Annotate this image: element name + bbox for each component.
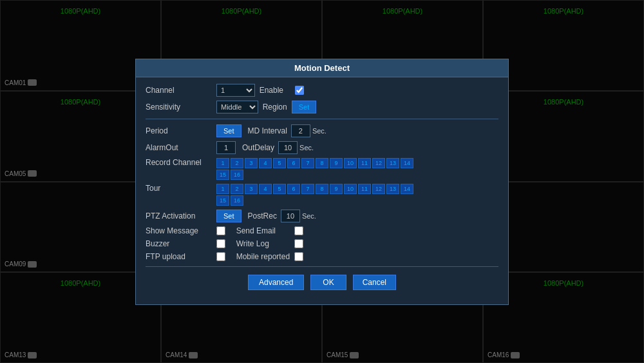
tour-ch-10[interactable]: 10 (344, 184, 357, 194)
ftp-row: FTP upload Mobile reported (146, 252, 498, 261)
motion-detect-modal: Motion Detect Channel 1 Enable Sensitivi… (135, 59, 509, 305)
buzzer-row: Buzzer Write Log (146, 239, 498, 248)
channel-label: Channel (146, 86, 216, 95)
tour-ch-8[interactable]: 8 (316, 184, 328, 194)
ok-button[interactable]: OK (310, 275, 346, 290)
tour-ch-16[interactable]: 16 (231, 195, 243, 206)
outdelay-unit: Sec. (299, 144, 314, 152)
record-channel-row: Record Channel 1 2 3 4 5 6 7 8 9 10 11 (146, 158, 498, 180)
send-email-checkbox[interactable] (294, 226, 303, 235)
postrec-label: PostRec (248, 211, 277, 221)
tour-ch-5[interactable]: 5 (273, 184, 286, 194)
sensitivity-row: Sensitivity Low Middle High Region Set (146, 101, 498, 113)
rec-ch-12[interactable]: 12 (372, 158, 385, 168)
advanced-button[interactable]: Advanced (248, 275, 304, 290)
buzzer-label: Buzzer (146, 239, 216, 248)
sensitivity-select[interactable]: Low Middle High (216, 101, 258, 113)
tour-ch-3[interactable]: 3 (245, 184, 258, 194)
modal-body: Channel 1 Enable Sensitivity Low Middle … (136, 77, 508, 304)
md-interval-unit: Sec. (312, 127, 327, 135)
send-email-label: Send Email (236, 226, 294, 235)
rec-ch-14[interactable]: 14 (401, 158, 413, 168)
tour-ch-12[interactable]: 12 (372, 184, 385, 194)
write-log-label: Write Log (236, 239, 294, 248)
rec-ch-6[interactable]: 6 (287, 158, 300, 168)
show-message-label: Show Message (146, 226, 216, 235)
write-log-checkbox[interactable] (294, 239, 303, 248)
enable-checkbox[interactable] (295, 86, 304, 95)
rec-ch-11[interactable]: 11 (358, 158, 371, 168)
show-message-checkbox[interactable] (216, 226, 225, 235)
region-set-button[interactable]: Set (292, 101, 317, 113)
ftp-label: FTP upload (146, 252, 216, 261)
outdelay-input[interactable] (278, 141, 298, 154)
modal-title: Motion Detect (136, 59, 508, 77)
md-interval-label: MD Interval (248, 126, 287, 135)
record-channel-row1: 1 2 3 4 5 6 7 8 9 10 11 12 13 14 (216, 158, 422, 180)
rec-ch-13[interactable]: 13 (386, 158, 399, 168)
rec-ch-16[interactable]: 16 (231, 170, 243, 180)
postrec-unit: Sec. (302, 212, 316, 220)
rec-ch-15[interactable]: 15 (216, 170, 229, 180)
channel-select[interactable]: 1 (216, 84, 255, 97)
rec-ch-5[interactable]: 5 (273, 158, 286, 168)
tour-ch-1[interactable]: 1 (216, 184, 229, 194)
enable-label: Enable (260, 86, 295, 95)
rec-ch-1[interactable]: 1 (216, 158, 229, 168)
mobile-label: Mobile reported (236, 252, 294, 261)
tour-ch-4[interactable]: 4 (259, 184, 272, 194)
ptz-row: PTZ Activation Set PostRec Sec. (146, 210, 498, 222)
channel-row: Channel 1 Enable (146, 84, 498, 97)
ftp-checkbox[interactable] (216, 252, 225, 261)
period-label: Period (146, 126, 216, 135)
alarmout-input[interactable] (216, 141, 236, 154)
tour-ch-6[interactable]: 6 (287, 184, 300, 194)
tour-ch-2[interactable]: 2 (231, 184, 243, 194)
rec-ch-7[interactable]: 7 (301, 158, 314, 168)
region-label: Region (263, 103, 292, 112)
cancel-button[interactable]: Cancel (353, 275, 396, 290)
tour-ch-11[interactable]: 11 (358, 184, 371, 194)
alarmout-row: AlarmOut OutDelay Sec. (146, 141, 498, 154)
mobile-checkbox[interactable] (294, 252, 303, 261)
period-set-button[interactable]: Set (216, 124, 242, 137)
record-channel-label: Record Channel (146, 158, 216, 167)
rec-ch-8[interactable]: 8 (316, 158, 328, 168)
rec-ch-3[interactable]: 3 (245, 158, 258, 168)
rec-ch-9[interactable]: 9 (330, 158, 343, 168)
tour-row: Tour 1 2 3 4 5 6 7 8 9 10 11 12 13 14 15 (146, 184, 498, 206)
outdelay-label: OutDelay (242, 143, 274, 152)
showmessage-row: Show Message Send Email (146, 226, 498, 235)
tour-channel-buttons: 1 2 3 4 5 6 7 8 9 10 11 12 13 14 15 16 (216, 184, 422, 206)
record-channel-buttons: 1 2 3 4 5 6 7 8 9 10 11 12 13 14 (216, 158, 422, 180)
buzzer-checkbox[interactable] (216, 239, 225, 248)
modal-footer: Advanced OK Cancel (146, 266, 498, 298)
period-row: Period Set MD Interval Sec. (146, 124, 498, 137)
rec-ch-4[interactable]: 4 (259, 158, 272, 168)
tour-label: Tour (146, 184, 216, 193)
ptz-label: PTZ Activation (146, 211, 216, 221)
postrec-input[interactable] (281, 210, 300, 222)
tour-ch-14[interactable]: 14 (401, 184, 413, 194)
modal-overlay: Motion Detect Channel 1 Enable Sensitivi… (0, 0, 644, 363)
sensitivity-label: Sensitivity (146, 103, 216, 112)
ptz-set-button[interactable]: Set (216, 210, 242, 222)
rec-ch-10[interactable]: 10 (344, 158, 357, 168)
rec-ch-2[interactable]: 2 (231, 158, 243, 168)
md-interval-input[interactable] (291, 124, 310, 137)
tour-ch-7[interactable]: 7 (301, 184, 314, 194)
tour-ch-13[interactable]: 13 (386, 184, 399, 194)
alarmout-label: AlarmOut (146, 143, 216, 152)
tour-ch-15[interactable]: 15 (216, 195, 229, 206)
tour-ch-9[interactable]: 9 (330, 184, 343, 194)
